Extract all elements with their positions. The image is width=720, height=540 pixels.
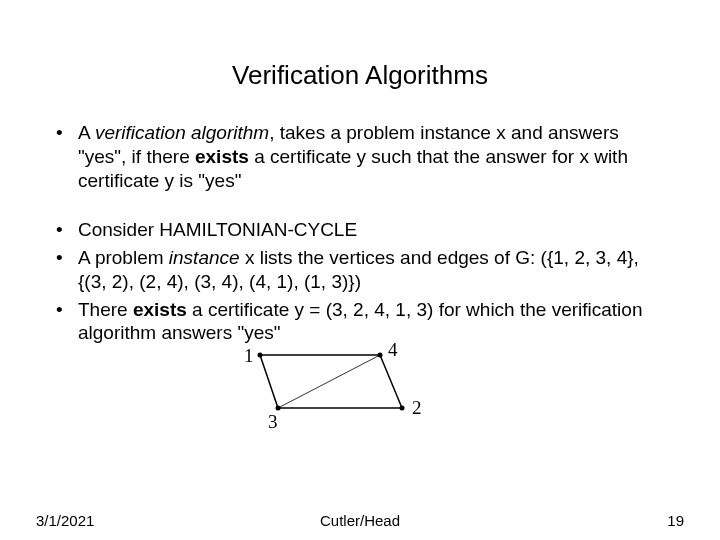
text-bold: exists	[195, 146, 249, 167]
vertex-label-2: 2	[412, 397, 422, 419]
svg-point-7	[400, 406, 405, 411]
svg-point-6	[378, 353, 383, 358]
footer-page: 19	[667, 512, 684, 529]
bullet-3: A problem instance x lists the vertices …	[50, 246, 670, 294]
svg-line-4	[278, 355, 380, 408]
vertex-label-4: 4	[388, 339, 398, 361]
text: There	[78, 299, 133, 320]
text: A problem	[78, 247, 169, 268]
text-italic: instance	[169, 247, 240, 268]
bullet-2: Consider HAMILTONIAN-CYCLE	[50, 218, 670, 242]
text-bold: exists	[133, 299, 187, 320]
graph-svg	[230, 343, 430, 433]
footer-center: Cutler/Head	[0, 512, 720, 529]
bullet-list: A verification algorithm, takes a proble…	[50, 121, 670, 345]
text-italic: verification algorithm	[95, 122, 269, 143]
vertex-label-1: 1	[244, 345, 254, 367]
text: A	[78, 122, 95, 143]
vertex-label-3: 3	[268, 411, 278, 433]
svg-line-1	[380, 355, 402, 408]
svg-line-3	[260, 355, 278, 408]
svg-point-5	[258, 353, 263, 358]
hamiltonian-graph: 1 4 2 3	[230, 343, 430, 433]
bullet-1: A verification algorithm, takes a proble…	[50, 121, 670, 192]
bullet-4: There exists a certificate y = (3, 2, 4,…	[50, 298, 670, 346]
page-title: Verification Algorithms	[50, 60, 670, 91]
svg-point-8	[276, 406, 281, 411]
